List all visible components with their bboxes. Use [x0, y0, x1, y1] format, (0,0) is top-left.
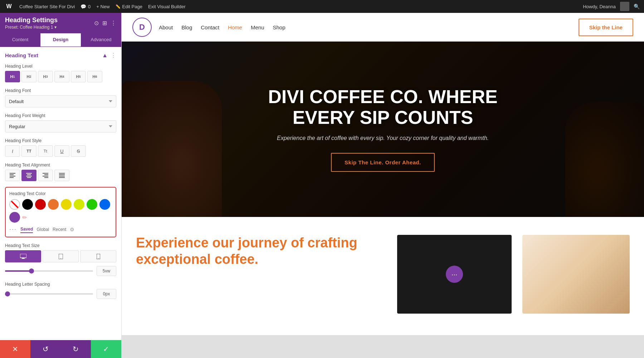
new-link[interactable]: + New [96, 4, 109, 9]
collapse-icon[interactable]: ▲ [102, 52, 108, 59]
svg-rect-11 [44, 177, 48, 178]
nav-about[interactable]: About [159, 24, 173, 30]
style-capitalize[interactable]: Tt [38, 145, 53, 157]
heading-text-alignment-label: Heading Text Alignment [5, 163, 116, 168]
device-mobile[interactable] [80, 250, 116, 262]
hero-cta-button[interactable]: Skip The Line. Order Ahead. [331, 153, 435, 172]
color-swatch-yellow[interactable] [61, 199, 72, 210]
device-desktop[interactable] [5, 250, 41, 262]
svg-rect-14 [59, 176, 65, 176]
focus-icon[interactable]: ⊙ [94, 20, 99, 26]
color-tab-saved[interactable]: Saved [20, 226, 33, 233]
color-swatch-transparent[interactable] [9, 199, 20, 210]
color-swatch-blue[interactable] [99, 199, 110, 210]
align-left[interactable] [5, 170, 20, 181]
panel-header-icons: ⊙ ⊞ ⋮ [94, 20, 116, 26]
style-uppercase[interactable]: TT [21, 145, 36, 157]
nav-shop[interactable]: Shop [273, 24, 285, 30]
heading-level-h2[interactable]: H2 [21, 71, 36, 82]
avatar[interactable] [620, 2, 629, 11]
heading-level-h5[interactable]: H5 [71, 71, 86, 82]
user-greeting: Howdy, Deanna [583, 4, 616, 9]
color-tab-global[interactable]: Global [36, 226, 49, 233]
svg-point-20 [60, 258, 61, 259]
color-swatches: ✏ [9, 199, 112, 223]
nav-home[interactable]: Home [228, 24, 242, 30]
svg-point-22 [98, 258, 99, 259]
site-nav: D About Blog Contact Home Menu Shop Skip… [122, 13, 644, 42]
nav-cta-button[interactable]: Skip the Line [579, 19, 633, 36]
tab-advanced[interactable]: Advanced [81, 33, 121, 47]
style-underline[interactable]: U [54, 145, 69, 157]
svg-rect-16 [20, 254, 26, 258]
letter-spacing-slider-track[interactable] [5, 293, 93, 295]
left-panel: Heading Settings Preset: Coffee Heading … [0, 13, 122, 358]
panel-preset[interactable]: Preset: Coffee Heading 1 ▾ [5, 25, 58, 30]
size-slider-row: 5vw [5, 266, 116, 276]
align-right[interactable] [38, 170, 53, 181]
heading-font-weight-group: Heading Font Weight Regular Bold Light B… [5, 113, 116, 132]
style-strikethrough[interactable]: S [71, 145, 86, 157]
grid-icon[interactable]: ⊞ [102, 20, 107, 26]
style-italic[interactable]: I [5, 145, 20, 157]
color-swatch-red[interactable] [35, 199, 46, 210]
wp-icon[interactable]: W [4, 2, 14, 11]
search-icon[interactable]: 🔍 [634, 4, 640, 9]
svg-rect-4 [26, 173, 32, 174]
color-swatch-orange[interactable] [48, 199, 59, 210]
color-pencil-icon[interactable]: ✏ [22, 214, 27, 221]
nav-blog[interactable]: Blog [181, 24, 192, 30]
more-dots[interactable]: ··· [9, 226, 17, 233]
comments-link[interactable]: 💬 0 [80, 4, 91, 9]
letter-spacing-slider-value: 0px [97, 289, 116, 299]
svg-rect-13 [59, 174, 65, 175]
color-swatch-green[interactable] [87, 199, 97, 210]
hero-cup-left [122, 81, 222, 217]
site-logo: D [132, 18, 152, 37]
section-more-icon[interactable]: ⋮ [111, 52, 116, 59]
nav-contact[interactable]: Contact [201, 24, 219, 30]
heading-font-select[interactable]: Default Lato Open Sans Roboto [5, 95, 116, 107]
color-tab-recent[interactable]: Recent [53, 226, 66, 233]
more-icon[interactable]: ⋮ [111, 20, 116, 26]
align-justify[interactable] [54, 170, 69, 181]
device-tablet[interactable] [43, 250, 79, 262]
panel-footer: ✕ ↺ ↻ ✓ [0, 340, 121, 358]
heading-level-buttons: H1 H2 H3 H4 H5 H6 [5, 71, 116, 82]
undo-button[interactable]: ↺ [30, 340, 61, 358]
color-settings-gear[interactable]: ⚙ [70, 227, 74, 232]
save-button[interactable]: ✓ [91, 340, 121, 358]
hero-cup-right [565, 102, 644, 217]
align-center[interactable] [21, 170, 36, 181]
heading-font-style-label: Heading Font Style [5, 138, 116, 143]
letter-spacing-slider-row: 0px [5, 289, 116, 299]
edit-page-link[interactable]: ✏️ Edit Page [116, 4, 142, 9]
heading-level-h3[interactable]: H3 [38, 71, 53, 82]
cancel-button[interactable]: ✕ [0, 340, 30, 358]
comments-icon: 💬 [80, 4, 86, 9]
heading-letter-spacing-label: Heading Letter Spacing [5, 282, 116, 287]
below-hero-image2 [522, 235, 630, 314]
size-slider-track[interactable] [5, 270, 93, 272]
redo-button[interactable]: ↻ [61, 340, 91, 358]
below-card-play-button[interactable]: ··· [446, 266, 463, 283]
section-controls: ▲ ⋮ [102, 52, 116, 59]
heading-level-h6[interactable]: H6 [87, 71, 102, 82]
color-swatch-black[interactable] [22, 199, 33, 210]
panel-header: Heading Settings Preset: Coffee Heading … [0, 13, 121, 33]
color-swatch-purple[interactable] [9, 212, 20, 223]
heading-font-weight-select[interactable]: Regular Bold Light Black [5, 120, 116, 132]
heading-level-label: Heading Level [5, 64, 116, 69]
exit-vb-link[interactable]: Exit Visual Builder [148, 4, 186, 9]
svg-rect-15 [59, 177, 65, 178]
tab-content[interactable]: Content [0, 33, 40, 47]
heading-level-h1[interactable]: H1 [5, 71, 20, 82]
heading-font-label: Heading Font [5, 88, 116, 93]
hero-content: DIVI COFFEE CO. WHERE EVERY SIP COUNTS E… [222, 87, 544, 171]
color-swatch-yellow-green[interactable] [74, 199, 84, 210]
nav-menu[interactable]: Menu [251, 24, 264, 30]
below-hero-heading: Experience our journey of crafting excep… [136, 235, 386, 267]
tab-design[interactable]: Design [40, 33, 81, 47]
heading-level-h4[interactable]: H4 [54, 71, 69, 82]
site-name-link[interactable]: Coffee Starter Site For Divi [19, 4, 75, 9]
